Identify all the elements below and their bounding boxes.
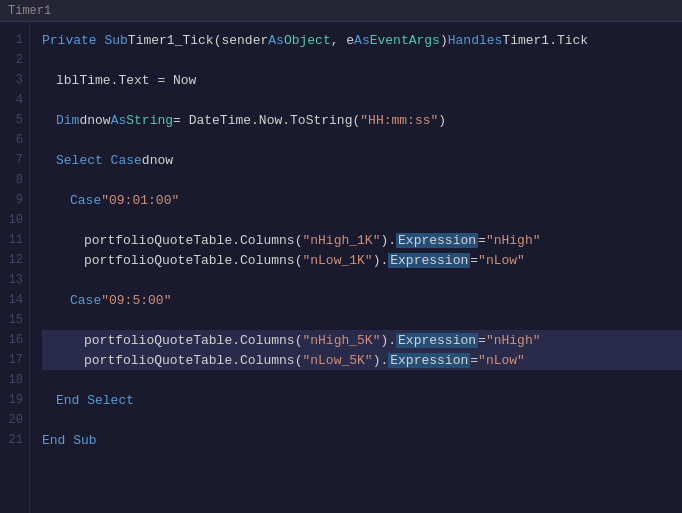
line-number: 15 bbox=[0, 310, 29, 330]
line-number: 11 bbox=[0, 230, 29, 250]
code-content[interactable]: Private Sub Timer1_Tick(sender As Object… bbox=[30, 22, 682, 513]
code-token: "nHigh_5K" bbox=[302, 333, 380, 348]
code-token: = bbox=[470, 253, 478, 268]
code-token: Expression bbox=[388, 253, 470, 268]
code-token: As bbox=[268, 33, 284, 48]
code-token: = bbox=[470, 353, 478, 368]
line-number: 8 bbox=[0, 170, 29, 190]
code-token: End Select bbox=[56, 393, 134, 408]
code-line: End Sub bbox=[42, 430, 682, 450]
code-token: = DateTime.Now.ToString( bbox=[173, 113, 360, 128]
code-token: Object bbox=[284, 33, 331, 48]
code-token: As bbox=[354, 33, 370, 48]
code-token: portfolioQuoteTable.Columns( bbox=[84, 353, 302, 368]
code-token: As bbox=[111, 113, 127, 128]
code-line: portfolioQuoteTable.Columns("nHigh_5K").… bbox=[42, 330, 682, 350]
code-area: 123456789101112131415161718192021 Privat… bbox=[0, 22, 682, 513]
code-token: ). bbox=[373, 253, 389, 268]
code-token: End Sub bbox=[42, 433, 97, 448]
code-line: portfolioQuoteTable.Columns("nLow_1K").E… bbox=[42, 250, 682, 270]
code-line: portfolioQuoteTable.Columns("nLow_5K").E… bbox=[42, 350, 682, 370]
code-token: "nHigh_1K" bbox=[302, 233, 380, 248]
code-token: = bbox=[478, 233, 486, 248]
top-bar-title: Timer1 bbox=[8, 4, 51, 18]
line-number: 21 bbox=[0, 430, 29, 450]
code-token: Private Sub bbox=[42, 33, 128, 48]
code-token: Expression bbox=[388, 353, 470, 368]
code-token: ) bbox=[440, 33, 448, 48]
code-line bbox=[42, 210, 682, 230]
code-line: lblTime.Text = Now bbox=[42, 70, 682, 90]
line-number: 6 bbox=[0, 130, 29, 150]
code-token: = bbox=[478, 333, 486, 348]
code-token: portfolioQuoteTable.Columns( bbox=[84, 253, 302, 268]
code-token: , e bbox=[331, 33, 354, 48]
top-bar: Timer1 bbox=[0, 0, 682, 22]
code-token: Expression bbox=[396, 333, 478, 348]
code-token: portfolioQuoteTable.Columns( bbox=[84, 233, 302, 248]
code-line: End Select bbox=[42, 390, 682, 410]
code-line: Case "09:5:00" bbox=[42, 290, 682, 310]
line-numbers: 123456789101112131415161718192021 bbox=[0, 22, 30, 513]
line-number: 2 bbox=[0, 50, 29, 70]
line-number: 9 bbox=[0, 190, 29, 210]
code-token: portfolioQuoteTable.Columns( bbox=[84, 333, 302, 348]
code-token: "HH:mm:ss" bbox=[360, 113, 438, 128]
code-line: Private Sub Timer1_Tick(sender As Object… bbox=[42, 30, 682, 50]
code-token: "nLow" bbox=[478, 253, 525, 268]
line-number: 20 bbox=[0, 410, 29, 430]
line-number: 3 bbox=[0, 70, 29, 90]
code-token: "nHigh" bbox=[486, 333, 541, 348]
code-line: Dim dnow As String = DateTime.Now.ToStri… bbox=[42, 110, 682, 130]
code-line bbox=[42, 270, 682, 290]
code-editor: Timer1 123456789101112131415161718192021… bbox=[0, 0, 682, 513]
code-token: ). bbox=[380, 233, 396, 248]
line-number: 17 bbox=[0, 350, 29, 370]
line-number: 16 bbox=[0, 330, 29, 350]
code-token: "nLow" bbox=[478, 353, 525, 368]
code-token: Select Case bbox=[56, 153, 142, 168]
line-number: 19 bbox=[0, 390, 29, 410]
code-token: "nLow_1K" bbox=[302, 253, 372, 268]
code-token: "09:01:00" bbox=[101, 193, 179, 208]
code-line bbox=[42, 170, 682, 190]
line-number: 13 bbox=[0, 270, 29, 290]
code-token: lblTime.Text = Now bbox=[56, 73, 196, 88]
code-token: Timer1.Tick bbox=[502, 33, 588, 48]
code-line: Case "09:01:00" bbox=[42, 190, 682, 210]
code-token: dnow bbox=[79, 113, 110, 128]
line-number: 18 bbox=[0, 370, 29, 390]
code-line bbox=[42, 310, 682, 330]
code-token: ). bbox=[380, 333, 396, 348]
line-number: 1 bbox=[0, 30, 29, 50]
code-token: "nLow_5K" bbox=[302, 353, 372, 368]
line-number: 5 bbox=[0, 110, 29, 130]
line-number: 10 bbox=[0, 210, 29, 230]
code-line bbox=[42, 370, 682, 390]
code-token: EventArgs bbox=[370, 33, 440, 48]
line-number: 14 bbox=[0, 290, 29, 310]
code-token: Case bbox=[70, 293, 101, 308]
code-line: portfolioQuoteTable.Columns("nHigh_1K").… bbox=[42, 230, 682, 250]
code-token: String bbox=[126, 113, 173, 128]
code-token: Handles bbox=[448, 33, 503, 48]
code-line bbox=[42, 50, 682, 70]
code-token: "09:5:00" bbox=[101, 293, 171, 308]
code-token: "nHigh" bbox=[486, 233, 541, 248]
code-line bbox=[42, 130, 682, 150]
code-line bbox=[42, 90, 682, 110]
line-number: 7 bbox=[0, 150, 29, 170]
code-token: ). bbox=[373, 353, 389, 368]
code-token: ) bbox=[438, 113, 446, 128]
code-token: dnow bbox=[142, 153, 173, 168]
code-token: Timer1_Tick(sender bbox=[128, 33, 268, 48]
code-token: Dim bbox=[56, 113, 79, 128]
code-line bbox=[42, 410, 682, 430]
code-token: Expression bbox=[396, 233, 478, 248]
line-number: 4 bbox=[0, 90, 29, 110]
code-line: Select Case dnow bbox=[42, 150, 682, 170]
line-number: 12 bbox=[0, 250, 29, 270]
code-token: Case bbox=[70, 193, 101, 208]
